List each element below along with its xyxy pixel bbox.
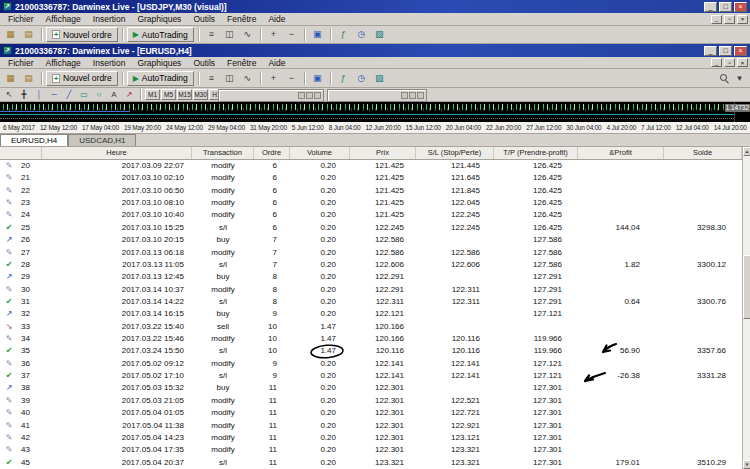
table-row[interactable]: ✔352017.03.24 15:50s/l101.47120.116120.1… [0, 345, 742, 357]
tile-windows-icon[interactable]: ▣ [309, 27, 326, 42]
menu-item-aide[interactable]: Aide [262, 57, 291, 69]
fragment-restore-icon[interactable] [306, 92, 313, 99]
menu-item-graphiques[interactable]: Graphiques [131, 13, 187, 25]
column-header-slstopperte[interactable]: S/L (Stop/Perte) [416, 147, 494, 159]
autotrading-button[interactable]: ▶AutoTrading [127, 27, 194, 42]
close-icon[interactable]: × [734, 46, 747, 56]
column-header-ordre[interactable]: Ordre [254, 147, 290, 159]
column-header-tpprendreprofit[interactable]: T/P (Prendre-profit) [494, 147, 578, 159]
price-chart[interactable]: 1.14732 [0, 102, 750, 122]
autotrading-button[interactable]: ▶AutoTrading [127, 71, 194, 86]
table-row[interactable]: ✎362017.05.02 09:12modify90.20122.141122… [0, 358, 742, 370]
table-row[interactable]: ↘332017.03.22 15:40sell101.47120.166 [0, 321, 742, 333]
menu-item-affichage[interactable]: Affichage [40, 57, 87, 69]
table-row[interactable]: ↗322017.03.14 16:15buy90.20122.121127.12… [0, 308, 742, 320]
scroll-down-button[interactable]: ▼ [743, 460, 750, 469]
table-row[interactable]: ✔312017.03.14 14:22s/l80.20122.311122.31… [0, 296, 742, 308]
templates-icon[interactable]: ▨ [371, 71, 388, 86]
table-row[interactable]: ↗382017.05.03 15:32buy110.20122.301127.3… [0, 382, 742, 394]
table-row[interactable]: ✔282017.03.13 11:05s/l70.20122.606122.60… [0, 259, 742, 271]
new-order-button[interactable]: +Nouvel ordre [46, 71, 118, 86]
column-header-icon[interactable] [0, 147, 42, 159]
vertical-line-icon[interactable]: │ [32, 89, 46, 101]
zoom-in-icon[interactable]: + [265, 71, 282, 86]
timeframe-button-m5[interactable]: M5 [161, 89, 176, 100]
tile-windows-icon[interactable]: ▣ [309, 71, 326, 86]
timeframe-button-m15[interactable]: M15 [177, 89, 192, 100]
menu-item-affichage[interactable]: Affichage [40, 13, 87, 25]
zoom-out-icon[interactable]: − [283, 27, 300, 42]
table-row[interactable]: ✎342017.03.22 15:46modify101.47120.16612… [0, 333, 742, 345]
table-row[interactable]: ✔252017.03.10 15:25s/l60.20122.245122.24… [0, 222, 742, 234]
new-chart-icon[interactable]: ▦ [2, 27, 19, 42]
chart-candles-icon[interactable]: ◫ [221, 71, 238, 86]
profiles-icon[interactable]: ▤ [20, 71, 37, 86]
menu-item-outils[interactable]: Outils [187, 57, 221, 69]
table-row[interactable]: ✎402017.05.04 01:05modify110.20122.30112… [0, 407, 742, 419]
fragment-minimize-icon[interactable] [298, 92, 305, 99]
cursor-icon[interactable]: ↖ [2, 89, 16, 101]
minimize-button[interactable]: _ [704, 2, 717, 12]
background-window-fragment[interactable] [327, 89, 427, 102]
tab-eurusd-h4[interactable]: EURUSD,H4 [0, 134, 68, 146]
table-row[interactable]: ✔452017.05.04 20:37s/l110.20123.321123.3… [0, 457, 742, 469]
chart-bars-icon[interactable]: ≡ [203, 71, 220, 86]
text-icon[interactable]: A [107, 89, 121, 101]
vertical-scrollbar[interactable]: ▲ ▼ [742, 147, 750, 469]
menu-item-insertion[interactable]: Insertion [87, 57, 132, 69]
scroll-up-button[interactable]: ▲ [743, 147, 750, 156]
fragment-minimize-icon[interactable] [401, 92, 408, 99]
column-header-heure[interactable]: Heure [42, 147, 192, 159]
menu-item-aide[interactable]: Aide [262, 13, 291, 25]
table-row[interactable]: ✎412017.05.04 11:38modify110.20122.30112… [0, 420, 742, 432]
new-chart-icon[interactable]: ▦ [2, 71, 19, 86]
child-minimize-button[interactable]: _ [711, 58, 722, 67]
table-row[interactable]: ✔372017.05.02 17:10s/l90.20122.141122.14… [0, 370, 742, 382]
crosshair-icon[interactable]: ╋ [17, 89, 31, 101]
rectangle-icon[interactable]: ▭ [77, 89, 91, 101]
close-icon[interactable]: × [734, 2, 747, 12]
chart-line-icon[interactable]: ∿ [239, 27, 256, 42]
menu-item-insertion[interactable]: Insertion [87, 13, 132, 25]
menu-item-fichier[interactable]: Fichier [2, 13, 40, 25]
menu-item-fenetre[interactable]: Fenêtre [221, 57, 262, 69]
fragment-restore-icon[interactable] [409, 92, 416, 99]
indicators-icon[interactable]: ƒ [335, 71, 352, 86]
child-minimize-button[interactable]: _ [711, 15, 722, 24]
arrow-icon[interactable]: ↗ [122, 89, 136, 101]
child-close-button[interactable]: × [737, 58, 748, 67]
profiles-icon[interactable]: ▤ [20, 27, 37, 42]
table-row[interactable]: ✎392017.05.03 21:05modify110.20122.30112… [0, 395, 742, 407]
search-icon[interactable] [718, 72, 730, 84]
table-row[interactable]: ↗262017.03.10 20:15buy70.20122.586127.58… [0, 234, 742, 246]
horizontal-line-icon[interactable]: ─ [47, 89, 61, 101]
fragment-close-icon[interactable] [314, 92, 321, 99]
table-row[interactable]: ✎232017.03.10 08:10modify60.20121.425122… [0, 197, 742, 209]
child-close-button[interactable]: × [737, 15, 748, 24]
table-row[interactable]: ✎422017.05.04 14:23modify110.20122.30112… [0, 432, 742, 444]
timeframe-button-m30[interactable]: M30 [193, 89, 208, 100]
column-header-transaction[interactable]: Transaction [192, 147, 254, 159]
new-order-button[interactable]: +Nouvel ordre [46, 27, 118, 42]
scrollbar-thumb[interactable] [743, 255, 750, 319]
column-header-prix[interactable]: Prix [350, 147, 416, 159]
child-restore-button[interactable]: ▫ [724, 15, 735, 24]
chart-bars-icon[interactable]: ≡ [203, 27, 220, 42]
maximize-button[interactable]: □ [719, 2, 732, 12]
periods-icon[interactable]: ◷ [353, 71, 370, 86]
table-row[interactable]: ✎222017.03.10 06:50modify60.20121.425121… [0, 185, 742, 197]
toolbar-dropdown-icon[interactable]: ▾ [731, 71, 748, 86]
zoom-in-icon[interactable]: + [265, 27, 282, 42]
table-row[interactable]: ✎202017.03.09 22:07modify60.20121.425121… [0, 160, 742, 172]
column-header-volume[interactable]: Volume [290, 147, 350, 159]
periods-icon[interactable]: ◷ [353, 27, 370, 42]
maximize-button[interactable]: □ [719, 46, 732, 56]
menu-item-fichier[interactable]: Fichier [2, 57, 40, 69]
table-row[interactable]: ✎302017.03.14 10:37modify80.20122.291122… [0, 284, 742, 296]
trendline-icon[interactable]: ╱ [62, 89, 76, 101]
minimize-button[interactable]: _ [704, 46, 717, 56]
table-row[interactable]: ✎432017.05.04 17:35modify110.20122.30112… [0, 444, 742, 456]
templates-icon[interactable]: ▨ [371, 27, 388, 42]
menu-item-graphiques[interactable]: Graphiques [131, 57, 187, 69]
table-row[interactable]: ✎212017.03.10 02:10modify60.20121.425121… [0, 172, 742, 184]
